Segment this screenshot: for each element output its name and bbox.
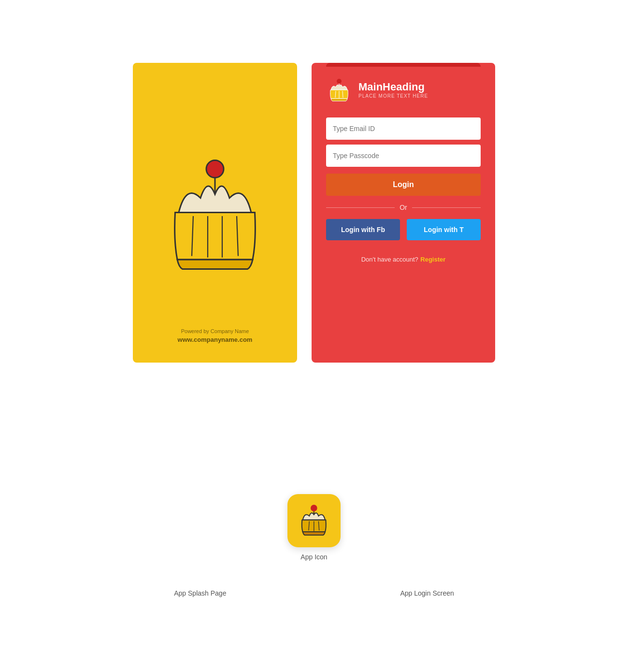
brand-title: MainHeading [358,81,428,93]
passcode-input[interactable] [326,145,481,167]
facebook-login-button[interactable]: Login with Fb [326,219,400,240]
svg-point-11 [311,505,317,511]
powered-by-text: Powered by Company Name [178,328,253,334]
right-divider-line [412,207,481,208]
register-link[interactable]: Register [420,256,445,263]
company-url: www.companyname.com [178,336,253,343]
twitter-login-button[interactable]: Login with T [407,219,481,240]
app-icon-box [287,494,341,547]
splash-cupcake-illustration [143,111,287,328]
app-icon-cupcake [296,503,332,539]
svg-point-6 [337,79,342,84]
splash-page: Powered by Company Name www.companyname.… [133,63,297,363]
or-divider: Or [326,204,481,211]
no-account-text: Don't have account? [361,256,418,263]
login-brand: MainHeading Place More Text Here [326,76,481,103]
brand-text: MainHeading Place More Text Here [358,81,428,99]
login-screen: MainHeading Place More Text Here Login O… [312,63,495,363]
left-divider-line [326,207,395,208]
brand-subtitle: Place More Text Here [358,93,428,99]
app-icon-section: App Icon [287,494,341,561]
svg-point-0 [206,161,224,178]
bottom-labels: App Splash Page App Login Screen [0,589,628,597]
login-button[interactable]: Login [326,174,481,196]
register-section: Don't have account? Register [361,255,446,263]
social-buttons: Login with Fb Login with T [326,219,481,240]
app-icon-label: App Icon [300,553,327,561]
email-input[interactable] [326,117,481,140]
or-text: Or [400,204,407,211]
splash-label: App Splash Page [174,589,226,597]
splash-footer: Powered by Company Name www.companyname.… [178,328,253,343]
login-label: App Login Screen [400,589,454,597]
brand-logo-icon [326,76,353,103]
login-header-bar [326,63,481,67]
